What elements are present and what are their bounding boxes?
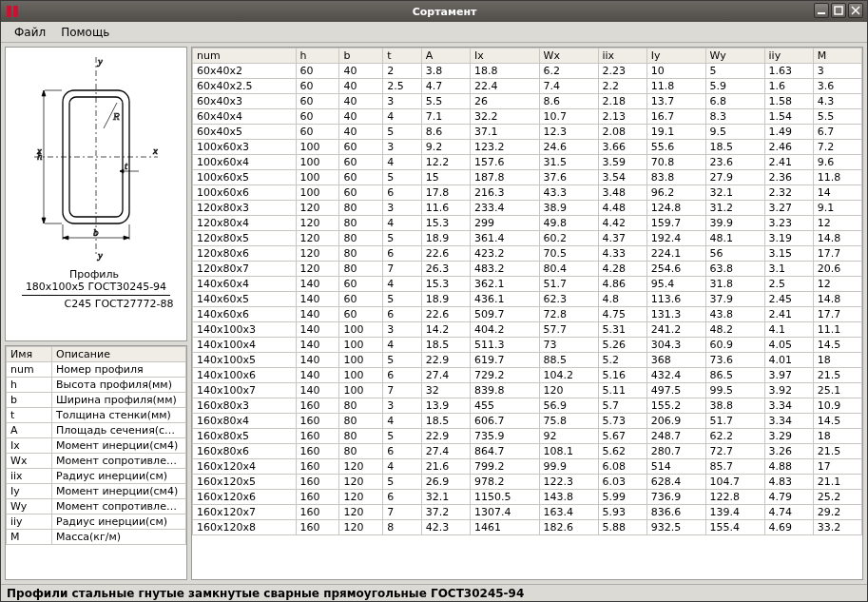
table-cell: 160x80x6 xyxy=(193,444,297,459)
table-cell: 3.1 xyxy=(764,262,813,277)
table-row[interactable]: 60x40x2604023.818.86.22.231051.633 xyxy=(193,64,862,79)
legend-row[interactable]: MМасса(кг/м) xyxy=(7,530,186,545)
table-cell: 100 xyxy=(296,170,339,185)
table-cell: 224.1 xyxy=(646,246,705,262)
table-cell: 124.8 xyxy=(646,201,705,216)
column-header[interactable]: h xyxy=(296,49,339,64)
column-header[interactable]: M xyxy=(813,49,861,64)
table-row[interactable]: 120x80x612080622.6423.270.54.33224.1563.… xyxy=(193,246,862,262)
table-cell: 155.4 xyxy=(705,520,764,535)
column-header[interactable]: iix xyxy=(598,49,646,64)
legend-row[interactable]: bШирина профиля(мм) xyxy=(7,393,186,408)
table-cell: 216.3 xyxy=(470,185,539,201)
legend-cell: t xyxy=(7,408,52,423)
table-cell: 978.2 xyxy=(470,475,539,490)
table-cell: 160 xyxy=(296,414,339,429)
table-row[interactable]: 60x40x4604047.132.210.72.1316.78.31.545.… xyxy=(193,109,862,125)
column-header[interactable]: Wx xyxy=(539,49,598,64)
maximize-button[interactable] xyxy=(831,3,846,18)
table-cell: 3 xyxy=(383,140,422,155)
table-row[interactable]: 140x60x614060622.6509.772.84.75131.343.8… xyxy=(193,307,862,322)
table-cell: 13.7 xyxy=(646,94,705,109)
table-row[interactable]: 120x80x312080311.6233.438.94.48124.831.2… xyxy=(193,201,862,216)
table-row[interactable]: 160x120x6160120632.11150.5143.85.99736.9… xyxy=(193,490,862,505)
legend-row[interactable]: iixРадиус инерции(см) xyxy=(7,469,186,484)
table-cell: 104.2 xyxy=(539,368,598,383)
legend-row[interactable]: IxМомент инерции(см4) xyxy=(7,438,186,454)
table-row[interactable]: 140x100x4140100418.5511.3735.26304.360.9… xyxy=(193,338,862,353)
table-cell: 140x60x4 xyxy=(193,277,297,292)
legend-row[interactable]: AПлощадь сечения(с… xyxy=(7,423,186,438)
table-row[interactable]: 160x120x7160120737.21307.4163.45.93836.6… xyxy=(193,505,862,520)
legend-row[interactable]: hВысота профиля(мм) xyxy=(7,378,186,393)
table-cell: 4.88 xyxy=(764,459,813,475)
table-cell: 5.16 xyxy=(598,368,646,383)
legend-row[interactable]: WxМомент сопротивле… xyxy=(7,454,186,469)
legend-column-header[interactable]: Описание xyxy=(52,347,186,362)
table-row[interactable]: 160x80x516080522.9735.9925.67248.762.23.… xyxy=(193,429,862,444)
legend-cell: h xyxy=(7,378,52,393)
column-header[interactable]: t xyxy=(383,49,422,64)
table-cell: 2.41 xyxy=(764,155,813,170)
table-cell: 80 xyxy=(339,201,383,216)
table-cell: 140 xyxy=(296,353,339,368)
table-cell: 120 xyxy=(339,459,383,475)
table-row[interactable]: 160x80x616080627.4864.7108.15.62280.772.… xyxy=(193,444,862,459)
column-header[interactable]: iiy xyxy=(764,49,813,64)
table-row[interactable]: 100x60x410060412.2157.631.53.5970.823.62… xyxy=(193,155,862,170)
legend-row[interactable]: IyМомент инерции(см4) xyxy=(7,484,186,499)
table-cell: 31.2 xyxy=(705,201,764,216)
table-row[interactable]: 160x120x4160120421.6799.299.96.0851485.7… xyxy=(193,459,862,475)
table-row[interactable]: 120x80x712080726.3483.280.44.28254.663.8… xyxy=(193,262,862,277)
column-header[interactable]: b xyxy=(339,49,383,64)
table-cell: 39.9 xyxy=(705,216,764,231)
close-button[interactable] xyxy=(848,3,863,18)
table-cell: 37.2 xyxy=(421,505,470,520)
column-header[interactable]: A xyxy=(421,49,470,64)
table-row[interactable]: 140x60x514060518.9436.162.34.8113.637.92… xyxy=(193,292,862,307)
legend-row[interactable]: tТолщина стенки(мм) xyxy=(7,408,186,423)
data-table[interactable]: numhbtAIxWxiixIyWyiiyM 60x40x2604023.818… xyxy=(191,47,863,580)
table-row[interactable]: 100x60x510060515187.837.63.5483.827.92.3… xyxy=(193,170,862,185)
table-row[interactable]: 140x100x3140100314.2404.257.75.31241.248… xyxy=(193,322,862,338)
legend-table[interactable]: ИмяОписание numНомер профиляhВысота проф… xyxy=(5,345,187,580)
table-cell: 62.3 xyxy=(539,292,598,307)
column-header[interactable]: Wy xyxy=(705,49,764,64)
column-header[interactable]: Iy xyxy=(646,49,705,64)
table-cell: 17.8 xyxy=(421,185,470,201)
table-row[interactable]: 120x80x512080518.9361.460.24.37192.448.1… xyxy=(193,231,862,246)
menu-help[interactable]: Помощь xyxy=(53,24,117,41)
table-row[interactable]: 140x100x7140100732839.81205.11497.599.53… xyxy=(193,383,862,398)
table-row[interactable]: 120x80x412080415.329949.84.42159.739.93.… xyxy=(193,216,862,231)
table-cell: 5.73 xyxy=(598,414,646,429)
table-row[interactable]: 160x80x316080313.945556.95.7155.238.83.3… xyxy=(193,398,862,414)
legend-row[interactable]: WyМомент сопротивле… xyxy=(7,499,186,515)
table-cell: 63.8 xyxy=(705,262,764,277)
menu-file[interactable]: Файл xyxy=(7,24,53,41)
minimize-button[interactable] xyxy=(814,3,829,18)
table-cell: 140 xyxy=(296,322,339,338)
table-row[interactable]: 60x40x2.560402.54.722.47.42.211.85.91.63… xyxy=(193,79,862,94)
table-row[interactable]: 140x60x414060415.3362.151.74.8695.431.82… xyxy=(193,277,862,292)
column-header[interactable]: num xyxy=(193,49,297,64)
table-row[interactable]: 100x60x31006039.2123.224.63.6655.618.52.… xyxy=(193,140,862,155)
legend-column-header[interactable]: Имя xyxy=(7,347,52,362)
legend-row[interactable]: numНомер профиля xyxy=(7,362,186,378)
table-cell: 6.03 xyxy=(598,475,646,490)
table-row[interactable]: 160x80x416080418.5606.775.85.73206.951.7… xyxy=(193,414,862,429)
table-row[interactable]: 100x60x610060617.8216.343.33.4896.232.12… xyxy=(193,185,862,201)
table-cell: 140x100x3 xyxy=(193,322,297,338)
svg-text:y: y xyxy=(97,55,103,67)
table-row[interactable]: 60x40x3604035.5268.62.1813.76.81.584.3 xyxy=(193,94,862,109)
table-row[interactable]: 160x120x5160120526.9978.2122.36.03628.41… xyxy=(193,475,862,490)
table-row[interactable]: 140x100x6140100627.4729.2104.25.16432.48… xyxy=(193,368,862,383)
table-cell: 143.8 xyxy=(539,490,598,505)
table-row[interactable]: 60x40x5604058.637.112.32.0819.19.51.496.… xyxy=(193,125,862,140)
table-row[interactable]: 160x120x8160120842.31461182.65.88932.515… xyxy=(193,520,862,535)
legend-row[interactable]: iiyРадиус инерции(см) xyxy=(7,515,186,530)
table-cell: 280.7 xyxy=(646,444,705,459)
titlebar[interactable]: Сортамент xyxy=(1,1,867,22)
column-header[interactable]: Ix xyxy=(470,49,539,64)
table-row[interactable]: 140x100x5140100522.9619.788.55.236873.64… xyxy=(193,353,862,368)
table-cell: 18.8 xyxy=(470,64,539,79)
